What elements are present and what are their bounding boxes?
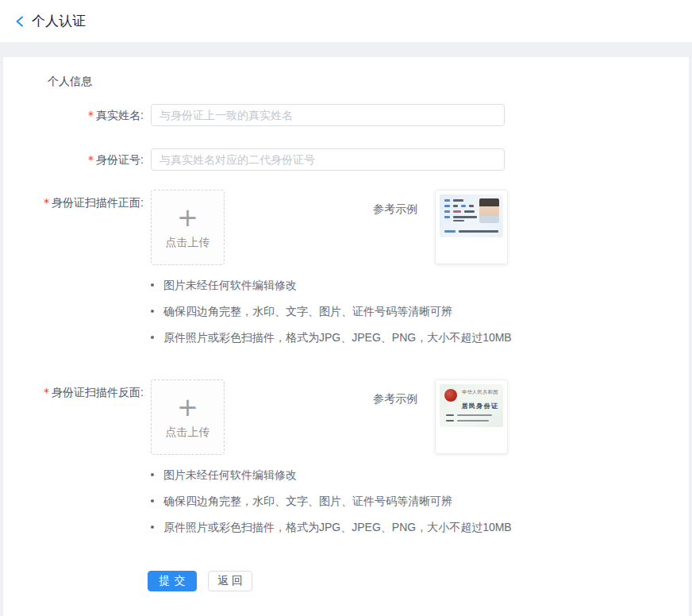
id-front-upload-box[interactable]: + 点击上传 — [151, 190, 225, 265]
tip-item: 确保四边角完整，水印、文字、图片、证件号码等清晰可辨 — [151, 306, 689, 317]
id-back-card-name-text: 居民身份证 — [460, 402, 500, 410]
example-label: 参考示例 — [373, 190, 417, 217]
form-row-id-back-upload: *身份证扫描件反面: + 点击上传 参考示例 中华人民共和国 居民身份证 — [3, 379, 689, 455]
required-asterisk: * — [88, 109, 94, 121]
upload-tips-front: 图片未经任何软件编辑修改 确保四边角完整，水印、文字、图片、证件号码等清晰可辨 … — [151, 279, 689, 343]
required-asterisk: * — [44, 196, 49, 209]
id-number-label: *身份证号: — [3, 148, 144, 171]
id-back-sample-image: 中华人民共和国 居民身份证 — [440, 384, 503, 427]
tip-text: 图片未经任何软件编辑修改 — [163, 279, 297, 291]
bullet-dot — [151, 283, 154, 287]
id-back-label-text: 身份证扫描件反面 — [52, 386, 140, 398]
required-asterisk: * — [88, 153, 94, 166]
plus-icon: + — [177, 206, 198, 229]
back-button[interactable] — [14, 15, 25, 28]
label-colon: : — [140, 109, 144, 121]
label-colon: : — [140, 386, 144, 398]
id-front-label-text: 身份证扫描件正面 — [52, 196, 140, 209]
upload-hint-text: 点击上传 — [166, 236, 210, 250]
plus-icon: + — [177, 395, 198, 419]
real-name-label-text: 真实姓名 — [96, 109, 140, 121]
top-bar: 个人认证 — [0, 0, 692, 42]
id-front-label: *身份证扫描件正面: — [3, 190, 144, 265]
id-back-country-text: 中华人民共和国 — [460, 389, 500, 396]
form-row-id-number: *身份证号: — [3, 148, 689, 171]
id-number-label-text: 身份证号 — [96, 153, 140, 166]
required-asterisk: * — [44, 386, 49, 398]
tip-text: 原件照片或彩色扫描件，格式为JPG、JPEG、PNG，大小不超过10MB — [163, 522, 512, 533]
tip-text: 确保四边角完整，水印、文字、图片、证件号码等清晰可辨 — [163, 306, 452, 317]
bullet-dot — [151, 526, 154, 529]
upload-tips-back: 图片未经任何软件编辑修改 确保四边角完整，水印、文字、图片、证件号码等清晰可辨 … — [151, 469, 689, 533]
tip-text: 确保四边角完整，水印、文字、图片、证件号码等清晰可辨 — [163, 495, 452, 506]
bullet-dot — [151, 336, 154, 339]
submit-button[interactable]: 提交 — [148, 571, 197, 591]
id-card-back-sample: 中华人民共和国 居民身份证 — [435, 379, 508, 454]
bullet-dot — [151, 499, 154, 502]
tip-item: 确保四边角完整，水印、文字、图片、证件号码等清晰可辨 — [151, 495, 689, 506]
real-name-label: *真实姓名: — [3, 104, 144, 126]
real-name-input[interactable] — [151, 104, 505, 126]
id-back-upload-box[interactable]: + 点击上传 — [151, 379, 225, 455]
tip-text: 图片未经任何软件编辑修改 — [163, 469, 297, 480]
id-card-front-sample — [435, 190, 508, 264]
page-title: 个人认证 — [32, 12, 86, 30]
upload-hint-text: 点击上传 — [166, 425, 210, 440]
form-row-id-front-upload: *身份证扫描件正面: + 点击上传 参考示例 — [3, 190, 689, 265]
example-label: 参考示例 — [373, 379, 417, 406]
form-card: 个人信息 *真实姓名: *身份证号: *身份证扫描件正面: + 点击上传 参考示… — [3, 57, 689, 616]
national-emblem-icon — [444, 389, 457, 402]
id-front-sample-image — [440, 194, 503, 237]
tip-item: 原件照片或彩色扫描件，格式为JPG、JPEG、PNG，大小不超过10MB — [151, 522, 689, 533]
bullet-dot — [151, 473, 154, 476]
id-number-input[interactable] — [151, 148, 505, 171]
label-colon: : — [140, 153, 144, 166]
form-actions: 提交 返回 — [3, 571, 689, 591]
return-button[interactable]: 返回 — [208, 571, 252, 591]
section-title: 个人信息 — [48, 75, 689, 89]
back-chevron-icon — [14, 15, 25, 28]
tip-item: 原件照片或彩色扫描件，格式为JPG、JPEG、PNG，大小不超过10MB — [151, 332, 689, 343]
form-row-real-name: *真实姓名: — [3, 104, 689, 126]
bullet-dot — [151, 310, 154, 313]
id-portrait-photo — [479, 198, 499, 223]
tip-text: 原件照片或彩色扫描件，格式为JPG、JPEG、PNG，大小不超过10MB — [163, 332, 512, 343]
label-colon: : — [140, 196, 144, 209]
tip-item: 图片未经任何软件编辑修改 — [151, 469, 689, 480]
id-back-label: *身份证扫描件反面: — [3, 379, 144, 455]
tip-item: 图片未经任何软件编辑修改 — [151, 279, 689, 291]
